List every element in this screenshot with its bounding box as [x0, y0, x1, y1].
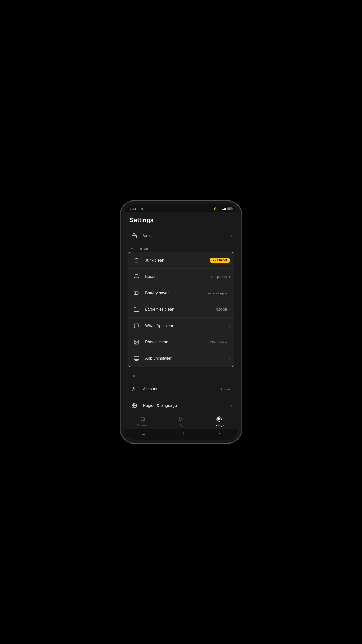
status-time: 2:41	[130, 207, 136, 211]
photos-clean-label: Photos clean	[145, 340, 209, 344]
large-files-icon	[132, 305, 141, 314]
svg-marker-17	[179, 417, 183, 421]
account-detail-area: Sign in ›	[220, 387, 232, 391]
junk-clean-icon	[132, 256, 141, 265]
bar5	[222, 209, 223, 210]
nav-settings[interactable]: Settings	[200, 415, 238, 428]
battery-saver-row[interactable]: Battery saver Freeze 79 Apps ›	[128, 285, 234, 301]
app-content: Settings Vault › Phone clean	[124, 212, 238, 413]
app-uninstaller-icon	[132, 354, 141, 363]
phone-clean-group: Junk clean 3.82GB	[128, 252, 234, 367]
boost-detail: Free up 76 %	[208, 275, 228, 279]
whatsapp-clean-chevron: ›	[229, 324, 230, 328]
download-nav-label: Download	[137, 424, 148, 427]
vault-chevron: ›	[231, 234, 232, 238]
phone-screen: 2:41 ⚡	[124, 204, 238, 440]
junk-clean-row[interactable]: Junk clean 3.82GB	[128, 252, 234, 269]
boost-icon	[132, 272, 141, 281]
status-square-icon	[138, 208, 140, 210]
large-files-row[interactable]: Large files clean 5.50GB ›	[128, 301, 234, 318]
lock-icon	[130, 231, 139, 240]
bar2	[219, 209, 219, 210]
nav-download[interactable]: Download	[124, 415, 162, 428]
svg-point-12	[133, 387, 135, 389]
menu-system-icon[interactable]: ☰	[142, 431, 146, 436]
settings-nav-label: Settings	[215, 424, 224, 427]
phone-frame: 2:41 ⚡	[121, 201, 241, 443]
svg-point-1	[213, 260, 213, 261]
battery-saver-icon	[132, 289, 141, 298]
svg-point-18	[218, 418, 220, 420]
bar7	[224, 208, 225, 210]
download-nav-icon	[140, 416, 146, 423]
photos-clean-chevron: ›	[229, 340, 230, 344]
page-title: Settings	[124, 212, 238, 228]
account-detail: Sign in	[220, 387, 230, 391]
vault-row[interactable]: Vault ›	[124, 228, 238, 244]
globe-icon	[130, 401, 139, 410]
status-bar: 2:41 ⚡	[124, 204, 238, 212]
photos-clean-row[interactable]: Photos clean 3357 photos ›	[128, 334, 234, 350]
photos-clean-detail: 3357 photos	[209, 340, 228, 344]
app-uninstaller-row[interactable]: App uninstaller ›	[128, 350, 234, 367]
battery-tip	[232, 208, 233, 209]
bottom-nav: Download Play Settings	[124, 413, 238, 429]
account-row[interactable]: Account Sign in ›	[124, 381, 238, 397]
battery-saver-detail: Freeze 79 Apps	[205, 291, 228, 295]
boost-detail-area: Free up 76 % ›	[208, 275, 230, 279]
signal-icon: ⚡	[213, 207, 217, 211]
account-icon	[130, 385, 139, 394]
battery-status-icon	[227, 207, 232, 210]
bar6	[223, 209, 224, 210]
svg-rect-9	[134, 356, 139, 360]
back-system-icon[interactable]: ‹	[219, 431, 220, 436]
region-language-row[interactable]: Region & language ›	[124, 397, 238, 413]
boost-row[interactable]: Boost Free up 76 % ›	[128, 269, 234, 285]
home-system-icon[interactable]: □	[181, 431, 184, 436]
status-icons: ⚡	[213, 207, 232, 211]
app-uninstaller-label: App uninstaller	[145, 356, 229, 361]
status-active-dot	[141, 208, 143, 210]
whatsapp-clean-label: WhatsApp clean	[145, 324, 229, 328]
play-nav-label: Play	[178, 424, 183, 427]
phone-clean-section-label: Phone clean	[124, 244, 238, 252]
signal-bars-2	[222, 207, 226, 210]
photos-clean-detail-area: 3357 photos ›	[209, 340, 230, 344]
region-language-label: Region & language	[143, 403, 231, 408]
app-uninstaller-detail-area: ›	[229, 357, 230, 360]
system-nav-bar: ☰ □ ‹	[124, 429, 238, 440]
settings-nav-icon	[216, 416, 222, 423]
junk-clean-badge: 3.82GB	[210, 258, 230, 263]
account-label: Account	[143, 387, 220, 391]
info-section: Account Sign in › Regio	[124, 381, 238, 413]
bar4	[221, 208, 221, 210]
bar1	[218, 209, 218, 210]
large-files-chevron: ›	[229, 308, 230, 311]
battery-saver-detail-area: Freeze 79 Apps ›	[205, 291, 230, 295]
bar8	[225, 208, 226, 210]
app-uninstaller-chevron: ›	[229, 357, 230, 360]
battery-saver-chevron: ›	[229, 291, 230, 295]
region-language-detail-area: ›	[231, 404, 232, 408]
junk-clean-label: Junk clean	[145, 258, 210, 263]
whatsapp-clean-detail-area: ›	[229, 324, 230, 328]
account-chevron: ›	[231, 387, 232, 391]
photos-clean-icon	[132, 338, 141, 347]
svg-rect-0	[132, 235, 137, 238]
large-files-detail-area: 5.50GB ›	[216, 308, 230, 311]
whatsapp-clean-icon	[132, 321, 141, 330]
boost-label: Boost	[145, 274, 208, 279]
svg-point-8	[135, 341, 136, 342]
region-language-chevron: ›	[231, 404, 232, 408]
nav-play[interactable]: Play	[162, 415, 200, 428]
status-left: 2:41	[130, 207, 143, 211]
battery-fill	[228, 208, 230, 210]
whatsapp-clean-row[interactable]: WhatsApp clean ›	[128, 318, 234, 334]
signal-bars-1	[218, 207, 221, 210]
info-section-label: Info	[124, 371, 238, 379]
vault-label: Vault	[143, 233, 231, 238]
play-nav-icon	[178, 416, 184, 423]
bar3	[220, 208, 220, 210]
junk-clean-badge-text: 3.82GB	[217, 259, 227, 262]
svg-line-16	[144, 420, 145, 421]
